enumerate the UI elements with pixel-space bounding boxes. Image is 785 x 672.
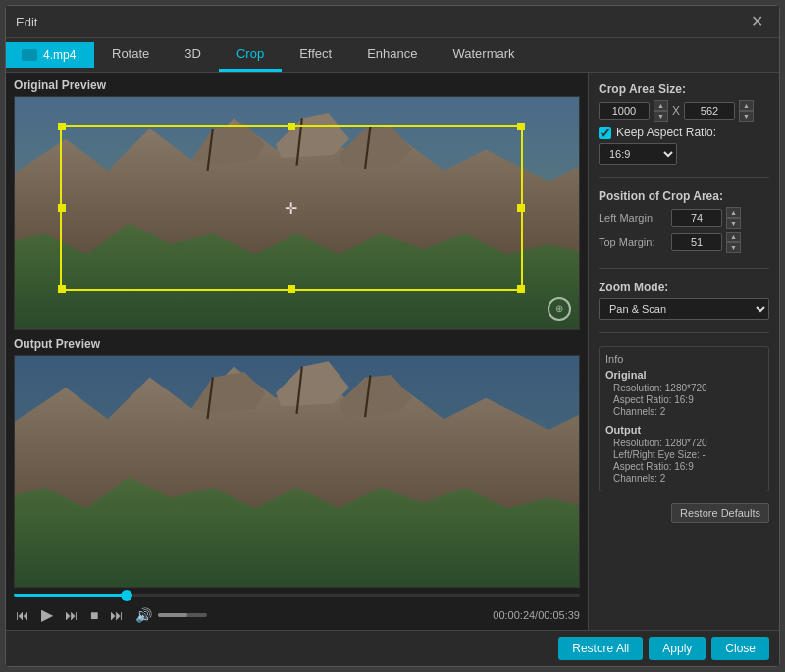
window-title: Edit — [16, 15, 37, 29]
top-margin-input[interactable] — [671, 233, 722, 251]
divider-2 — [599, 268, 769, 269]
title-bar: Edit ✕ — [6, 6, 779, 38]
progress-handle[interactable] — [121, 590, 132, 601]
aspect-ratio-dropdown[interactable]: 16:9 4:3 1:1 — [599, 143, 677, 165]
restore-all-button[interactable]: Restore All — [558, 637, 643, 660]
file-tab-label: 4.mp4 — [43, 48, 76, 62]
prev-frame-button[interactable]: ⏮ — [14, 605, 31, 625]
output-preview-label: Output Preview — [14, 337, 580, 351]
output-info-title: Output — [605, 424, 762, 436]
content-area: Original Preview — [6, 73, 779, 630]
crop-position-title: Position of Crop Area: — [599, 189, 769, 203]
restore-defaults-button[interactable]: Restore Defaults — [671, 503, 769, 523]
volume-icon[interactable]: 🔊 — [133, 605, 154, 625]
left-margin-spin: ▲ ▼ — [726, 207, 741, 229]
divider-1 — [599, 177, 769, 178]
keep-aspect-checkbox[interactable] — [599, 127, 611, 139]
tab-enhance[interactable]: Enhance — [349, 38, 435, 72]
output-preview-section: Output Preview — [6, 332, 588, 591]
left-margin-row: Left Margin: ▲ ▼ — [599, 207, 769, 229]
settings-panel: Crop Area Size: ▲ ▼ X ▲ ▼ Ke — [588, 73, 779, 630]
keep-aspect-label: Keep Aspect Ratio: — [616, 126, 716, 139]
original-preview-image[interactable]: ✛ ⊕ — [14, 96, 580, 330]
top-margin-label: Top Margin: — [599, 236, 667, 248]
height-spin-up[interactable]: ▲ — [739, 100, 754, 111]
x-label: X — [672, 104, 680, 118]
keep-aspect-row: Keep Aspect Ratio: — [599, 126, 769, 139]
left-margin-down[interactable]: ▼ — [726, 218, 741, 229]
left-margin-input[interactable] — [671, 209, 722, 227]
original-resolution: Resolution: 1280*720 — [605, 383, 762, 393]
volume-section: 🔊 — [133, 605, 207, 625]
crop-height-input[interactable] — [684, 102, 735, 120]
crop-position-section: Position of Crop Area: Left Margin: ▲ ▼ … — [599, 189, 769, 256]
original-preview-section: Original Preview — [6, 73, 588, 332]
controls-bar: ⏮ ▶ ⏭ ■ ⏭ 🔊 00:00:24/00:05:39 — [6, 590, 588, 630]
height-spin-group: ▲ ▼ — [739, 100, 754, 122]
top-margin-spin: ▲ ▼ — [726, 232, 741, 253]
top-margin-up[interactable]: ▲ — [726, 232, 741, 242]
top-margin-down[interactable]: ▼ — [726, 242, 741, 253]
bottom-buttons: Restore All Apply Close — [6, 630, 779, 666]
crop-move-icon[interactable]: ⊕ — [548, 297, 571, 321]
title-bar-left: Edit — [16, 15, 37, 29]
output-eye-size: Left/Right Eye Size: - — [605, 449, 762, 460]
original-aspect: Aspect Ratio: 16:9 — [605, 394, 762, 405]
jump-end-button[interactable]: ⏭ — [108, 605, 126, 625]
window-close-button[interactable]: ✕ — [745, 12, 769, 31]
output-resolution: Resolution: 1280*720 — [605, 438, 762, 448]
play-button[interactable]: ▶ — [39, 603, 55, 626]
tab-bar: 4.mp4 Rotate 3D Crop Effect Enhance Wate… — [6, 38, 779, 73]
edit-window: Edit ✕ 4.mp4 Rotate 3D Crop Effect Enhan… — [5, 5, 780, 667]
file-icon — [22, 49, 37, 61]
crop-size-inputs: ▲ ▼ X ▲ ▼ — [599, 100, 769, 122]
width-spin-up[interactable]: ▲ — [654, 100, 668, 111]
time-display: 00:00:24/00:05:39 — [493, 609, 580, 621]
tab-3d[interactable]: 3D — [167, 38, 219, 72]
stop-button[interactable]: ■ — [88, 605, 100, 625]
progress-fill — [14, 594, 127, 597]
crop-width-input[interactable] — [599, 102, 650, 120]
playback-controls: ⏮ ▶ ⏭ ■ ⏭ 🔊 00:00:24/00:05:39 — [14, 603, 580, 626]
volume-bar[interactable] — [158, 613, 207, 617]
original-info-title: Original — [605, 369, 762, 381]
height-spin-down[interactable]: ▼ — [739, 111, 754, 122]
preview-panel: Original Preview — [6, 73, 588, 630]
output-preview-image[interactable] — [14, 355, 580, 589]
left-margin-label: Left Margin: — [599, 212, 667, 224]
zoom-mode-title: Zoom Mode: — [599, 281, 769, 294]
next-frame-button[interactable]: ⏭ — [63, 605, 80, 625]
left-margin-up[interactable]: ▲ — [726, 207, 741, 218]
close-button[interactable]: Close — [711, 637, 769, 660]
volume-fill — [158, 613, 187, 617]
width-spin-group: ▲ ▼ — [654, 100, 668, 122]
divider-3 — [599, 332, 769, 333]
file-tab[interactable]: 4.mp4 — [6, 42, 94, 68]
tab-effect[interactable]: Effect — [282, 38, 349, 72]
zoom-mode-dropdown[interactable]: Pan & Scan Letter Box Full — [599, 298, 769, 320]
progress-bar[interactable] — [14, 594, 580, 597]
restore-defaults-row: Restore Defaults — [599, 503, 769, 523]
output-aspect: Aspect Ratio: 16:9 — [605, 461, 762, 472]
crop-area-size-section: Crop Area Size: ▲ ▼ X ▲ ▼ Ke — [599, 82, 769, 165]
apply-button[interactable]: Apply — [649, 637, 706, 660]
tab-crop[interactable]: Crop — [219, 38, 282, 72]
original-preview-label: Original Preview — [14, 78, 580, 92]
info-box: Info Original Resolution: 1280*720 Aspec… — [599, 346, 769, 491]
info-title: Info — [605, 353, 762, 365]
top-margin-row: Top Margin: ▲ ▼ — [599, 232, 769, 253]
crop-area-size-title: Crop Area Size: — [599, 82, 769, 96]
output-channels: Channels: 2 — [605, 473, 762, 484]
tab-rotate[interactable]: Rotate — [94, 38, 167, 72]
tab-watermark[interactable]: Watermark — [435, 38, 532, 72]
zoom-mode-section: Zoom Mode: Pan & Scan Letter Box Full — [599, 281, 769, 320]
width-spin-down[interactable]: ▼ — [654, 111, 668, 122]
original-channels: Channels: 2 — [605, 406, 762, 417]
